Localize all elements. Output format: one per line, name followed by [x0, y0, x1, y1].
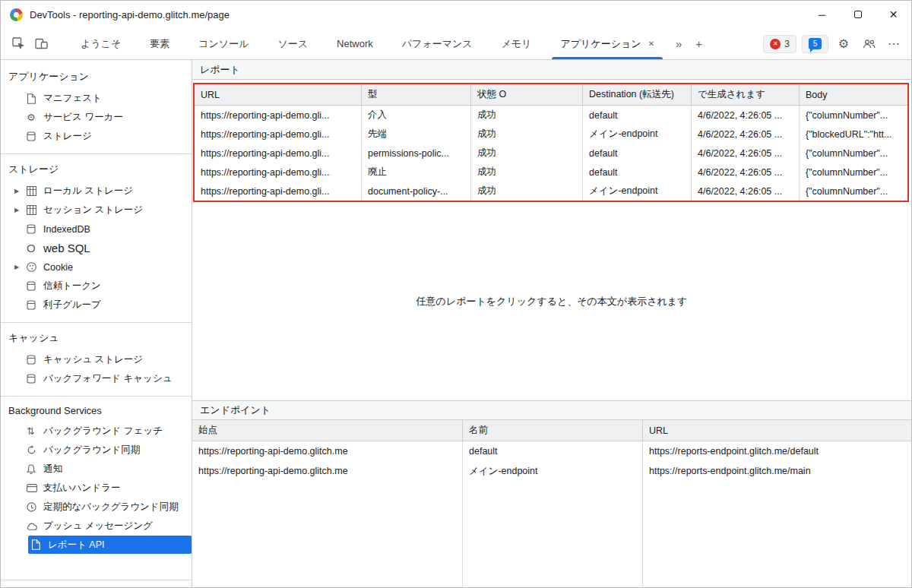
report-destination[interactable]: default: [583, 106, 692, 125]
more-tabs-button[interactable]: »: [669, 28, 689, 59]
error-count-badge[interactable]: ✕ 3: [763, 35, 796, 53]
sidebar-item-interest-groups[interactable]: 利子グループ: [1, 296, 192, 315]
endpoint-name[interactable]: メイン-endpoint: [463, 461, 643, 481]
report-url[interactable]: https://reporting-api-demo.gli...: [195, 144, 362, 163]
sidebar-item-trust-tokens[interactable]: 信頼トークン: [1, 277, 192, 296]
tab-sources[interactable]: ソース: [263, 28, 322, 59]
issues-count-badge[interactable]: 5: [802, 35, 828, 53]
sidebar-item-service-workers[interactable]: ⚙ サービス ワーカー: [1, 108, 192, 127]
sidebar-item-manifest[interactable]: マニフェスト: [1, 89, 192, 108]
column-header-generated[interactable]: で生成されます: [692, 84, 800, 106]
report-generated[interactable]: 4/6/2022, 4:26:05 ...: [692, 163, 800, 182]
sidebar-item-background-fetch[interactable]: ⇅ バックグラウンド フェッチ: [1, 422, 192, 441]
accounts-button[interactable]: [859, 34, 879, 54]
tab-performance[interactable]: パフォーマンス: [388, 28, 487, 59]
sidebar-item-reporting-api[interactable]: レポート API: [28, 536, 192, 554]
clock-icon: [27, 502, 40, 512]
tab-welcome[interactable]: ようこそ: [66, 28, 135, 59]
sidebar-item-payment-handler[interactable]: 支払いハンドラー: [1, 479, 192, 498]
report-type[interactable]: document-policy-...: [362, 182, 471, 201]
report-type[interactable]: 廃止: [362, 163, 471, 182]
add-tab-button[interactable]: +: [689, 28, 709, 59]
sidebar-item-indexeddb[interactable]: IndexedDB: [1, 220, 192, 239]
sidebar-item-notifications[interactable]: 通知: [1, 460, 192, 479]
tab-application[interactable]: アプリケーション ✕: [546, 28, 669, 59]
endpoint-origin[interactable]: https://reporting-api-demo.glitch.me: [192, 441, 463, 461]
report-destination[interactable]: メイン-endpoint: [583, 182, 692, 201]
tab-memory[interactable]: メモリ: [487, 28, 546, 59]
report-type[interactable]: permissions-polic...: [362, 144, 471, 163]
report-status[interactable]: 成功: [471, 106, 583, 125]
report-body[interactable]: {"columnNumber"...: [800, 106, 907, 125]
sidebar-item-label: セッション ストレージ: [43, 204, 143, 217]
report-generated[interactable]: 4/6/2022, 4:26:05 ...: [692, 182, 800, 201]
column-header-status[interactable]: 状態 O: [471, 84, 583, 106]
report-body[interactable]: {"blockedURL":"htt...: [800, 125, 907, 144]
report-status[interactable]: 成功: [471, 125, 583, 144]
sidebar-item-session-storage[interactable]: ▶ セッション ストレージ: [1, 201, 192, 220]
report-generated[interactable]: 4/6/2022, 4:26:05 ...: [692, 144, 800, 163]
reports-table: URL 型 状態 O Destination (転送先) で生成されます Bod…: [195, 84, 907, 201]
column-header-type[interactable]: 型: [362, 84, 471, 106]
report-url[interactable]: https://reporting-api-demo.gli...: [195, 106, 362, 125]
column-header-destination[interactable]: Destination (転送先): [583, 84, 692, 106]
maximize-button[interactable]: [840, 1, 876, 28]
column-header-body[interactable]: Body: [800, 84, 907, 106]
expand-arrow-icon[interactable]: ▶: [14, 207, 27, 213]
tab-close-icon[interactable]: ✕: [648, 40, 654, 48]
report-generated[interactable]: 4/6/2022, 4:26:05 ...: [692, 125, 800, 144]
storage-icon: [27, 374, 40, 384]
sidebar-item-back-forward-cache[interactable]: バックフォワード キャッシュ: [1, 369, 192, 388]
sidebar-item-background-sync[interactable]: バックグラウンド同期: [1, 441, 192, 460]
report-url[interactable]: https://reporting-api-demo.gli...: [195, 125, 362, 144]
endpoint-name[interactable]: default: [463, 441, 643, 461]
more-options-button[interactable]: ⋯: [884, 34, 904, 54]
tab-label: ようこそ: [81, 37, 121, 51]
report-status[interactable]: 成功: [471, 182, 583, 201]
endpoint-url[interactable]: https://reports-endpoint.glitch.me/main: [643, 461, 911, 481]
report-generated[interactable]: 4/6/2022, 4:26:05 ...: [692, 106, 800, 125]
device-toolbar-button[interactable]: [30, 33, 52, 55]
report-type[interactable]: 先端: [362, 125, 471, 144]
sidebar-item-local-storage[interactable]: ▶ ローカル ストレージ: [1, 182, 192, 201]
tab-elements[interactable]: 要素: [135, 28, 184, 59]
expand-arrow-icon[interactable]: ▶: [14, 188, 27, 194]
report-url[interactable]: https://reporting-api-demo.gli...: [195, 163, 362, 182]
sidebar-item-push-messaging[interactable]: プッシュ メッセージング: [1, 517, 192, 536]
column-header-name[interactable]: 名前: [463, 420, 643, 441]
report-body[interactable]: {"columnNumber"...: [800, 182, 907, 201]
report-url[interactable]: https://reporting-api-demo.gli...: [195, 182, 362, 201]
report-destination[interactable]: default: [583, 144, 692, 163]
sidebar-item-cache-storage[interactable]: キャッシュ ストレージ: [1, 350, 192, 369]
settings-button[interactable]: ⚙: [834, 34, 853, 54]
endpoint-url[interactable]: https://reports-endpoint.glitch.me/defau…: [643, 441, 911, 461]
minimize-button[interactable]: ─: [804, 1, 840, 28]
sidebar-item-storage[interactable]: ストレージ: [1, 127, 192, 146]
column-header-origin[interactable]: 始点: [192, 420, 463, 441]
report-type[interactable]: 介入: [362, 106, 471, 125]
column-header-endpoint-url[interactable]: URL: [643, 420, 911, 441]
sidebar-item-web-sql[interactable]: O web SQL: [1, 239, 192, 258]
application-sidebar: アプリケーション マニフェスト ⚙ サービス ワーカー ストレージ: [1, 60, 192, 587]
storage-icon: [27, 355, 40, 365]
report-destination[interactable]: メイン-endpoint: [583, 125, 692, 144]
tab-network[interactable]: Network: [322, 28, 388, 59]
expand-arrow-icon[interactable]: ▶: [14, 264, 27, 270]
close-button[interactable]: ✕: [876, 1, 911, 28]
inspect-element-button[interactable]: [7, 33, 30, 55]
sidebar-item-cookies[interactable]: ▶ Cookie: [1, 258, 192, 277]
sidebar-item-periodic-background-sync[interactable]: 定期的なバックグラウンド同期: [1, 498, 192, 517]
tab-label: コンソール: [198, 37, 249, 51]
report-body[interactable]: {"columnNumber"...: [800, 144, 907, 163]
report-status[interactable]: 成功: [471, 163, 583, 182]
tab-label: 要素: [150, 37, 169, 51]
endpoint-origin[interactable]: https://reporting-api-demo.glitch.me: [192, 461, 463, 481]
report-status[interactable]: 成功: [471, 144, 583, 163]
sidebar-section-storage: ストレージ ▶ ローカル ストレージ ▶ セッション ストレージ Indexed…: [1, 153, 192, 322]
report-destination[interactable]: default: [583, 163, 692, 182]
column-header-url[interactable]: URL: [195, 84, 362, 106]
report-body[interactable]: {"columnNumber"...: [800, 163, 907, 182]
tab-console[interactable]: コンソール: [184, 28, 263, 59]
sidebar-section-cache: キャッシュ キャッシュ ストレージ バックフォワード キャッシュ: [1, 322, 192, 396]
report-preview-hint: 任意のレポートをクリックすると、その本文が表示されます: [416, 295, 688, 308]
